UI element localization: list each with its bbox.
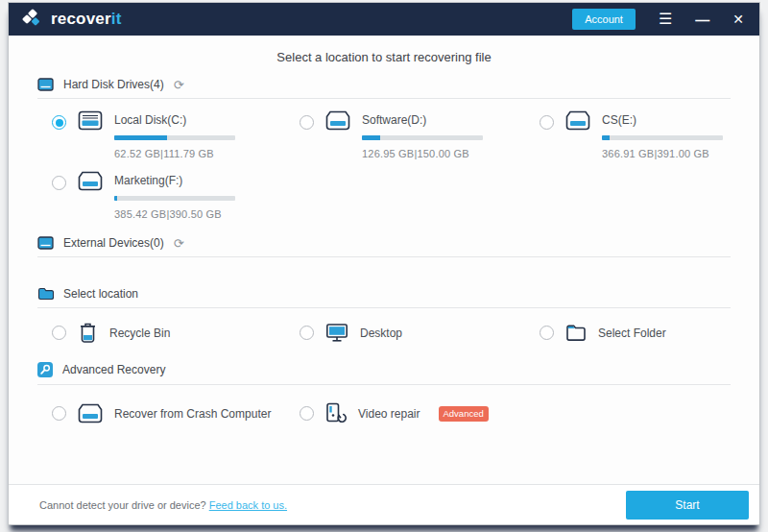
folder-icon	[37, 287, 54, 301]
drive-name: Marketing(F:)	[114, 173, 235, 187]
drive-item-e[interactable]: CS(E:) 366.91 GB|391.00 GB	[525, 112, 731, 159]
drive-capacity: 126.95 GB|150.00 GB	[362, 148, 483, 159]
capacity-bar-fill	[362, 135, 380, 140]
drive-name: CS(E:)	[602, 112, 723, 127]
footer-help-text: Cannot detect your drive or device? Feed…	[39, 499, 287, 511]
drive-capacity: 62.52 GB|111.79 GB	[114, 148, 235, 159]
advanced-item-label: Recover from Crash Computer	[114, 407, 271, 421]
hard-drive-icon	[78, 110, 103, 131]
radio-button[interactable]	[52, 115, 66, 130]
start-button[interactable]: Start	[626, 491, 749, 520]
advanced-recovery-icon	[37, 362, 53, 377]
location-label: Desktop	[360, 326, 402, 340]
location-grid: Recycle Bin Desktop Sele	[9, 308, 759, 344]
crash-computer-icon	[78, 403, 103, 423]
feedback-link[interactable]: Feed back to us.	[209, 499, 287, 511]
capacity-bar	[362, 135, 483, 140]
drive-info: CS(E:) 366.91 GB|391.00 GB	[602, 112, 723, 159]
hard-drive-icon	[325, 110, 350, 131]
radio-button[interactable]	[540, 326, 554, 340]
app-logo: recoverit	[22, 9, 122, 30]
drive-item-d[interactable]: Software(D:) 126.95 GB|150.00 GB	[285, 112, 525, 159]
section-advanced-recovery: Advanced Recovery	[37, 362, 731, 385]
section-select-location: Select location	[37, 287, 731, 308]
brand-name: recoverit	[51, 10, 122, 29]
drive-info: Local Disk(C:) 62.52 GB|111.79 GB	[114, 112, 235, 159]
hamburger-menu-icon[interactable]: ☰	[659, 12, 672, 27]
radio-button[interactable]	[300, 115, 314, 130]
radio-button[interactable]	[300, 326, 314, 340]
hard-drive-icon	[78, 171, 103, 191]
drive-name: Local Disk(C:)	[114, 112, 235, 127]
advanced-item-label: Video repair	[358, 407, 420, 421]
radio-button[interactable]	[52, 326, 66, 340]
drive-grid: Local Disk(C:) 62.52 GB|111.79 GB Softwa…	[9, 99, 759, 220]
drive-item-c[interactable]: Local Disk(C:) 62.52 GB|111.79 GB	[37, 112, 285, 159]
refresh-icon[interactable]: ⟳	[174, 79, 184, 91]
hard-drive-icon	[37, 78, 54, 91]
capacity-bar	[114, 135, 235, 140]
titlebar: recoverit Account ☰ — ✕	[9, 3, 759, 36]
advanced-badge: Advanced	[439, 406, 489, 422]
radio-button[interactable]	[300, 406, 314, 421]
footer: Cannot detect your drive or device? Feed…	[9, 484, 759, 524]
drive-info: Software(D:) 126.95 GB|150.00 GB	[362, 112, 483, 159]
recycle-bin-icon	[78, 322, 98, 344]
capacity-bar	[114, 196, 235, 201]
section-hard-disk-drives: Hard Disk Drives(4) ⟳	[37, 78, 731, 99]
drive-capacity: 366.91 GB|391.00 GB	[602, 148, 723, 159]
section-label: Select location	[63, 287, 138, 301]
drive-capacity: 385.42 GB|390.50 GB	[114, 208, 235, 220]
location-item-select-folder[interactable]: Select Folder	[525, 322, 731, 344]
capacity-bar-fill	[114, 135, 167, 140]
advanced-grid: Recover from Crash Computer Video repair…	[9, 385, 759, 424]
location-label: Select Folder	[598, 326, 666, 340]
desktop-icon	[325, 323, 348, 343]
drive-info: Marketing(F:) 385.42 GB|390.50 GB	[114, 173, 235, 220]
video-repair-icon	[325, 402, 347, 424]
advanced-item-video-repair[interactable]: Video repair Advanced	[285, 402, 525, 424]
hard-drive-icon	[565, 110, 590, 131]
refresh-icon[interactable]: ⟳	[174, 237, 184, 250]
drive-item-f[interactable]: Marketing(F:) 385.42 GB|390.50 GB	[37, 173, 285, 220]
advanced-item-crash-computer[interactable]: Recover from Crash Computer	[37, 402, 285, 424]
close-icon[interactable]: ✕	[732, 12, 744, 26]
page-title: Select a location to start recovering fi…	[9, 36, 759, 64]
capacity-bar-fill	[114, 196, 117, 201]
radio-button[interactable]	[52, 176, 66, 190]
section-external-devices: External Devices(0) ⟳	[37, 236, 731, 257]
account-button[interactable]: Account	[572, 9, 636, 30]
radio-button[interactable]	[540, 115, 554, 130]
capacity-bar	[602, 135, 723, 140]
section-label: External Devices(0)	[63, 236, 164, 250]
location-label: Recycle Bin	[109, 326, 170, 340]
app-window: recoverit Account ☰ — ✕ Select a locatio…	[8, 2, 760, 525]
recoverit-logo-icon	[22, 9, 43, 30]
section-label: Hard Disk Drives(4)	[63, 78, 164, 91]
external-drive-icon	[37, 236, 54, 250]
location-item-recycle-bin[interactable]: Recycle Bin	[37, 322, 285, 344]
section-label: Advanced Recovery	[62, 363, 165, 376]
radio-button[interactable]	[52, 406, 66, 421]
drive-name: Software(D:)	[362, 112, 483, 127]
minimize-icon[interactable]: —	[695, 12, 709, 27]
capacity-bar-fill	[602, 135, 610, 140]
location-item-desktop[interactable]: Desktop	[285, 322, 525, 344]
select-folder-icon	[565, 324, 587, 342]
